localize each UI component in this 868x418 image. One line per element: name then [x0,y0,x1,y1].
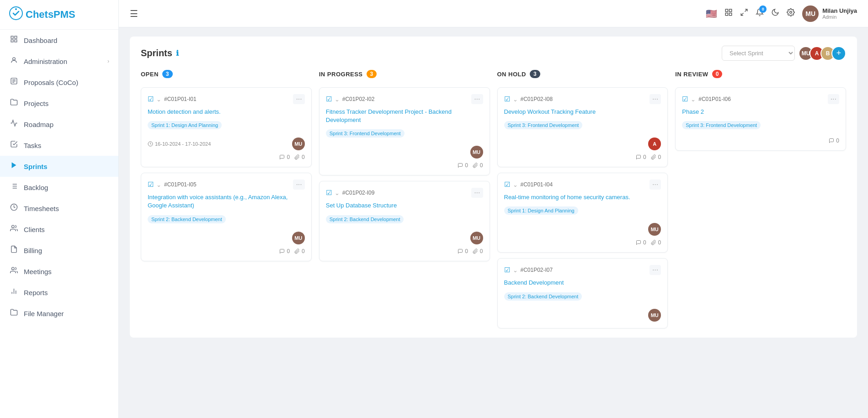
hamburger-button[interactable]: ☰ [130,8,138,19]
card-title-c01p01-i05[interactable]: Integration with voice assistants (e.g.,… [148,193,305,210]
main-content: Sprints ℹ Select Sprint MU A B + [119,27,868,418]
topbar-left: ☰ [130,8,138,19]
settings-icon[interactable] [787,8,795,19]
card-more-button-c01p02-i07[interactable]: ··· [650,265,661,275]
sidebar-item-reports[interactable]: Reports [0,282,118,303]
kanban-board: OPEN 3 ☑ ⌄ #C01P01-I01 ··· Motion detect… [141,70,846,328]
svg-rect-26 [725,13,728,16]
card-expand-icon-3: ⌄ [335,96,340,103]
col-badge-open: 3 [162,70,173,78]
sprint-select-dropdown[interactable]: Select Sprint [722,46,795,61]
card-bottom-c01p01-i04: MU [504,223,661,236]
add-sprint-member-button[interactable]: + [831,46,846,61]
sidebar-item-meetings[interactable]: Meetings [0,261,118,282]
tasks-icon [9,140,18,150]
sidebar-item-projects[interactable]: Projects [0,93,118,114]
svg-point-30 [790,11,792,14]
col-badge-on-hold: 3 [530,70,540,78]
sidebar-item-file-manager[interactable]: File Manager [0,303,118,324]
sidebar-item-timesheets[interactable]: Timesheets [0,198,118,219]
card-stats-c01p01-i01: 0 0 [148,154,305,160]
sidebar-item-roadmap[interactable]: Roadmap [0,114,118,135]
card-title-c01p02-i08[interactable]: Develop Workout Tracking Feature [504,108,661,116]
sidebar-item-proposals[interactable]: Proposals (CoCo) [0,72,118,93]
card-id-c01p02-i08: #C01P02-I08 [521,96,553,102]
card-c01p02-i09: ☑ ⌄ #C01P02-I09 ··· Set Up Database Stru… [319,181,490,261]
col-header-on-hold: ON HOLD 3 [497,70,668,82]
card-expand-icon-4: ⌄ [335,190,340,196]
card-more-button-c01p02-i08[interactable]: ··· [650,94,661,104]
card-id-c01p01-i01: #C01P01-I01 [164,96,197,102]
topbar: ☰ 🇺🇸 0 MU Milan Unjiya [119,0,868,27]
sprint-tag-c01p02-i08: Sprint 3: Frontend Development [504,121,583,129]
card-more-button-c01p01-i04[interactable]: ··· [650,180,661,190]
sidebar-label-billing: Billing [24,247,42,254]
card-id-c01p01-i06: #C01P01-I06 [698,96,731,102]
sidebar-item-clients[interactable]: Clients [0,219,118,240]
sidebar-item-dashboard[interactable]: Dashboard [0,30,118,51]
card-header-c01p01-i06: ☑ ⌄ #C01P01-I06 ··· [682,94,839,104]
card-id-c01p02-i09: #C01P02-I09 [342,190,375,196]
sidebar-item-sprints[interactable]: Sprints [0,156,118,177]
sprints-info-icon[interactable]: ℹ [176,49,179,58]
reports-icon [9,287,18,297]
card-title-c01p01-i01[interactable]: Motion detection and alerts. [148,108,305,116]
file-manager-icon [9,308,18,318]
card-c01p02-i02: ☑ ⌄ #C01P02-I02 ··· Fitness Tracker Deve… [319,87,490,175]
language-flag[interactable]: 🇺🇸 [706,8,717,19]
card-stats-c01p01-i06: 0 [682,138,839,144]
dark-mode-icon[interactable] [771,8,779,19]
sidebar-label-roadmap: Roadmap [24,121,53,128]
administration-icon [9,56,18,66]
card-stats-c01p02-i08: 0 0 [504,154,661,160]
sidebar-label-dashboard: Dashboard [24,37,57,44]
sprints-panel: Sprints ℹ Select Sprint MU A B + [130,37,857,338]
sidebar-item-tasks[interactable]: Tasks [0,135,118,156]
sidebar-label-reports: Reports [24,289,48,296]
card-comments-c01p02-i02: 0 [458,162,468,169]
card-expand-icon-7: ⌄ [513,267,518,274]
card-title-c01p02-i02[interactable]: Fitness Tracker Development Project - Ba… [326,108,483,124]
sidebar-item-billing[interactable]: Billing [0,240,118,261]
card-title-c01p02-i07[interactable]: Backend Development [504,279,661,287]
card-more-button-c01p01-i06[interactable]: ··· [828,94,839,104]
nav-menu: Dashboard Administration › Proposals (Co… [0,30,118,324]
card-stats-c01p01-i04: 0 0 [504,239,661,246]
sidebar-label-projects: Projects [24,100,48,107]
col-title-on-hold: ON HOLD [497,71,526,78]
kanban-column-open: OPEN 3 ☑ ⌄ #C01P01-I01 ··· Motion detect… [141,70,312,328]
sprint-avatars: MU A B + [799,46,846,61]
card-comments-c01p01-i06: 0 [829,138,839,144]
sprint-tag-c01p01-i01: Sprint 1: Design And Planning [148,121,222,129]
clients-icon [9,224,18,234]
card-check-icon-8: ☑ [682,95,688,103]
card-header-c01p02-i07: ☑ ⌄ #C01P02-I07 ··· [504,265,661,275]
card-title-c01p01-i04[interactable]: Real-time monitoring of home security ca… [504,193,661,201]
card-bottom-c01p02-i09: MU [326,232,483,244]
user-profile-area[interactable]: MU Milan Unjiya Admin [802,5,857,22]
notification-bell-icon[interactable]: 0 [756,8,764,19]
card-attachments-c01p02-i09: 0 [473,248,483,254]
backlog-icon [9,182,18,192]
card-header-c01p02-i02: ☑ ⌄ #C01P02-I02 ··· [326,94,483,104]
dashboard-icon [9,35,18,45]
card-title-c01p01-i06[interactable]: Phase 2 [682,108,839,116]
card-title-c01p02-i09[interactable]: Set Up Database Structure [326,201,483,210]
svg-rect-5 [14,40,16,42]
card-more-button-c01p02-i02[interactable]: ··· [471,94,483,104]
sidebar-item-administration[interactable]: Administration › [0,51,118,72]
card-attachments-c01p02-i02: 0 [473,162,483,169]
card-check-icon-4: ☑ [326,189,332,197]
card-more-button-c01p02-i09[interactable]: ··· [471,188,483,198]
user-info: Milan Unjiya Admin [822,7,857,20]
sidebar-item-backlog[interactable]: Backlog [0,177,118,198]
card-comments-c01p02-i08: 0 [636,154,646,160]
card-more-button-c01p01-i01[interactable]: ··· [293,94,304,104]
fullscreen-icon[interactable] [740,8,748,19]
card-header-c01p01-i04: ☑ ⌄ #C01P01-I04 ··· [504,180,661,190]
apps-icon[interactable] [724,8,733,19]
card-more-button-c01p01-i05[interactable]: ··· [293,180,304,190]
card-bottom-c01p01-i05: MU [148,232,305,244]
topbar-right: 🇺🇸 0 MU Milan Unjiya Admin [706,5,857,22]
sprint-tag-c01p01-i06: Sprint 3: Frontend Development [682,121,761,129]
